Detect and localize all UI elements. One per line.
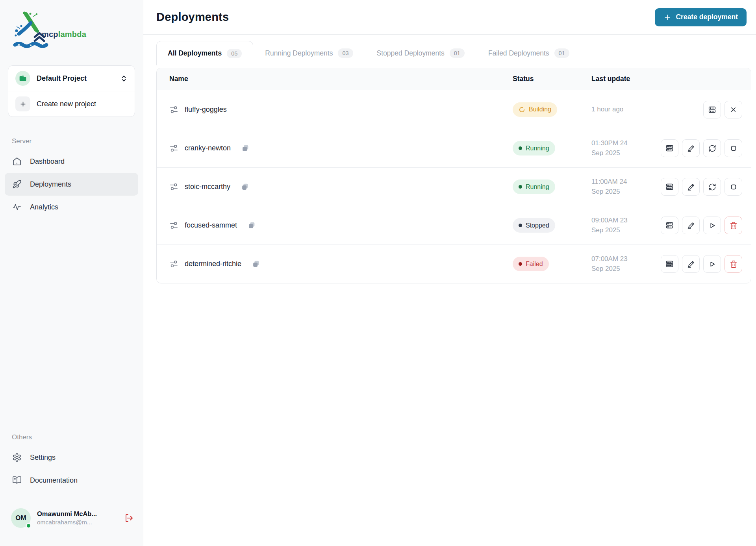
sidebar-item-documentation[interactable]: Documentation xyxy=(5,469,138,492)
restart-button[interactable] xyxy=(703,139,721,157)
server-icon xyxy=(708,105,716,114)
status-label: Running xyxy=(526,145,549,152)
create-new-project-button[interactable]: Create new project xyxy=(8,91,135,117)
restart-button[interactable] xyxy=(703,178,721,196)
brand-logo: mcplambda xyxy=(13,10,99,50)
sliders-icon xyxy=(169,221,178,230)
table-row: determined-ritchie Failed xyxy=(157,244,751,283)
edit-button[interactable] xyxy=(682,217,700,234)
sidebar-nav: Dashboard Deployments xyxy=(0,150,143,218)
sidebar-item-deployments[interactable]: Deployments xyxy=(5,173,138,196)
cancel-button[interactable] xyxy=(724,101,742,118)
page-title: Deployments xyxy=(156,11,229,24)
x-icon xyxy=(730,106,737,113)
tab-all-deployments[interactable]: All Deployments 05 xyxy=(156,41,253,65)
logs-button[interactable] xyxy=(661,139,678,157)
gear-icon xyxy=(12,453,22,462)
column-header-last-update: Last update xyxy=(591,75,660,83)
last-update: 01:30PM 24 Sep 2025 xyxy=(591,139,641,158)
status-cell: Running xyxy=(513,141,591,155)
refresh-icon xyxy=(708,183,716,191)
spinner-icon xyxy=(519,106,525,113)
logout-icon xyxy=(124,513,133,523)
actions-cell xyxy=(660,217,751,234)
stop-square-icon xyxy=(730,144,737,152)
tab-stopped-deployments[interactable]: Stopped Deployments 01 xyxy=(365,41,476,65)
last-update: 11:00AM 24 Sep 2025 xyxy=(591,177,641,196)
sliders-icon xyxy=(169,144,178,153)
sidebar-section-others: Others xyxy=(12,433,143,441)
edit-button[interactable] xyxy=(682,255,700,273)
spacer xyxy=(0,218,143,433)
copy-icon[interactable] xyxy=(241,183,249,191)
folder-icon xyxy=(15,71,30,86)
status-dot xyxy=(519,185,522,189)
home-icon xyxy=(12,157,22,166)
sidebar: mcplambda Default Project xyxy=(0,0,143,546)
tab-label: All Deployments xyxy=(168,49,222,57)
server-icon xyxy=(665,221,674,230)
last-update-cell: 01:30PM 24 Sep 2025 xyxy=(591,139,660,158)
tab-running-deployments[interactable]: Running Deployments 03 xyxy=(253,41,365,65)
logs-button[interactable] xyxy=(661,217,678,234)
tab-label: Failed Deployments xyxy=(488,49,549,57)
delete-button[interactable] xyxy=(724,217,742,234)
status-label: Failed xyxy=(526,261,543,268)
start-button[interactable] xyxy=(703,255,721,273)
project-selector[interactable]: Default Project xyxy=(8,66,135,91)
last-update: 09:00AM 23 Sep 2025 xyxy=(591,216,641,235)
tab-count-badge: 05 xyxy=(227,49,242,58)
table-row: cranky-newton Running xyxy=(157,129,751,167)
play-icon xyxy=(708,260,716,268)
actions-cell xyxy=(660,178,751,196)
play-icon xyxy=(708,222,716,230)
start-button[interactable] xyxy=(703,217,721,234)
rocket-icon xyxy=(12,180,22,189)
actions-cell xyxy=(660,139,751,157)
status-badge: Stopped xyxy=(513,218,555,233)
activity-icon xyxy=(12,202,22,212)
name-cell: stoic-mccarthy xyxy=(157,182,513,191)
stop-square-icon xyxy=(730,183,737,191)
logs-button[interactable] xyxy=(661,178,678,196)
user-profile: OM Omawunmi McAb... omcabrahams@m... xyxy=(11,508,135,528)
tab-failed-deployments[interactable]: Failed Deployments 01 xyxy=(476,41,581,65)
deployment-name: cranky-newton xyxy=(185,144,231,152)
logs-button[interactable] xyxy=(661,255,678,273)
avatar: OM xyxy=(11,508,31,528)
copy-icon[interactable] xyxy=(247,221,256,230)
presence-dot xyxy=(26,523,32,529)
last-update-cell: 09:00AM 23 Sep 2025 xyxy=(591,216,660,235)
status-label: Running xyxy=(526,183,549,191)
trash-icon xyxy=(730,260,737,268)
pencil-icon xyxy=(687,183,695,191)
sidebar-item-settings[interactable]: Settings xyxy=(5,446,138,469)
tab-label: Running Deployments xyxy=(265,49,333,57)
column-header-name: Name xyxy=(157,75,513,83)
sidebar-item-analytics[interactable]: Analytics xyxy=(5,196,138,218)
user-meta: Omawunmi McAb... omcabrahams@m... xyxy=(37,510,116,526)
last-update-cell: 11:00AM 24 Sep 2025 xyxy=(591,177,660,196)
sidebar-item-dashboard[interactable]: Dashboard xyxy=(5,150,138,173)
stop-button[interactable] xyxy=(724,178,742,196)
delete-button[interactable] xyxy=(724,255,742,273)
status-label: Building xyxy=(529,106,551,113)
brand-name-secondary: lambda xyxy=(58,30,86,39)
status-dot xyxy=(519,146,522,150)
main-content: Deployments Create deployment All Deploy… xyxy=(143,0,756,546)
status-dot xyxy=(519,262,522,266)
deployment-name: determined-ritchie xyxy=(185,260,241,268)
create-deployment-button[interactable]: Create deployment xyxy=(655,8,747,26)
stop-button[interactable] xyxy=(724,139,742,157)
sidebar-nav-others: Settings Documentation xyxy=(0,446,143,492)
deployment-name: focused-sammet xyxy=(185,221,237,230)
logs-button[interactable] xyxy=(703,101,721,118)
status-dot xyxy=(519,224,522,227)
edit-button[interactable] xyxy=(682,139,700,157)
logout-button[interactable] xyxy=(122,512,135,524)
edit-button[interactable] xyxy=(682,178,700,196)
copy-icon[interactable] xyxy=(241,144,250,153)
status-cell: Building xyxy=(513,102,591,117)
copy-icon[interactable] xyxy=(252,260,260,268)
name-cell: focused-sammet xyxy=(157,221,513,230)
